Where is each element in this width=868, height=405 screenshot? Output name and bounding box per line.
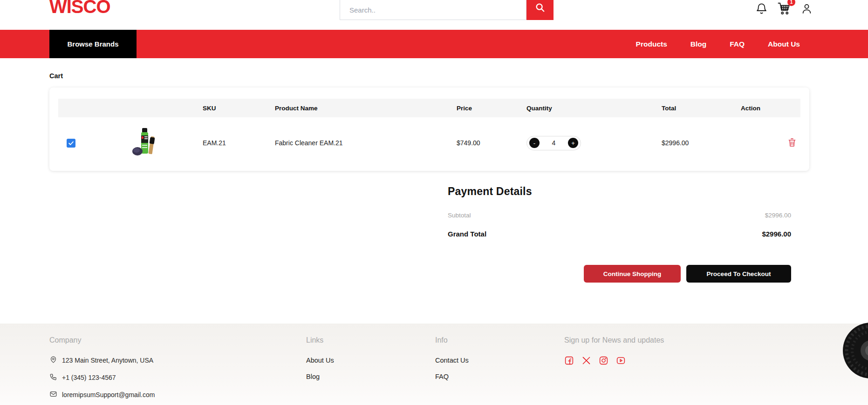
cart-badge: 1	[787, 0, 795, 6]
x-icon[interactable]	[581, 356, 591, 365]
item-checkbox[interactable]	[67, 139, 75, 148]
footer-phone-text: +1 (345) 123-4567	[62, 374, 116, 381]
envelope-icon	[49, 390, 57, 399]
footer-link-faq[interactable]: FAQ	[435, 373, 469, 380]
search-button[interactable]	[526, 0, 554, 20]
footer-info-title: Info	[435, 336, 469, 344]
item-total: $2996.00	[662, 139, 741, 147]
item-name[interactable]: Fabric Cleaner EAM.21	[275, 139, 457, 147]
proceed-to-checkout-button[interactable]: Proceed To Checkout	[686, 265, 791, 283]
item-price: $749.00	[457, 139, 526, 147]
column-header-price: Price	[457, 105, 526, 112]
user-icon	[800, 2, 813, 17]
footer-links-title: Links	[306, 336, 334, 344]
subtotal-row: Subtotal $2996.00	[448, 212, 791, 219]
column-header-product-name: Product Name	[275, 105, 457, 112]
account-button[interactable]	[800, 2, 813, 17]
quantity-value: 4	[552, 139, 556, 147]
item-sku: EAM.21	[203, 139, 275, 147]
location-pin-icon	[49, 356, 57, 365]
delete-item-button[interactable]	[787, 137, 797, 149]
instagram-icon[interactable]	[599, 356, 608, 365]
payment-actions: Continue Shopping Proceed To Checkout	[448, 265, 791, 283]
payment-details-section: Payment Details Subtotal $2996.00 Grand …	[448, 185, 791, 283]
column-header-total: Total	[662, 105, 741, 112]
column-header-quantity: Quantity	[526, 105, 662, 112]
nav-link-about-us[interactable]: About Us	[768, 40, 800, 48]
column-header-sku: SKU	[203, 105, 275, 112]
youtube-icon[interactable]	[616, 356, 626, 365]
brand-logo[interactable]: WISCO	[49, 0, 110, 17]
nav-link-faq[interactable]: FAQ	[730, 40, 745, 48]
footer-address-text: 123 Main Street, Anytown, USA	[62, 357, 153, 364]
footer-info-column: Info Contact Us FAQ	[435, 324, 469, 380]
cart-table-header: SKU Product Name Price Quantity Total Ac…	[58, 99, 800, 117]
payment-details-title: Payment Details	[448, 185, 791, 198]
grand-total-label: Grand Total	[448, 230, 486, 238]
nav-link-blog[interactable]: Blog	[690, 40, 706, 48]
footer: Company 123 Main Street, Anytown, USA +1…	[0, 324, 868, 405]
cart-item-row: EAM.21 Fabric Cleaner EAM.21 $749.00 - 4…	[58, 117, 800, 169]
footer-link-blog[interactable]: Blog	[306, 373, 334, 380]
footer-company-column: Company 123 Main Street, Anytown, USA +1…	[49, 324, 155, 399]
column-header-action: Action	[741, 105, 800, 112]
quantity-increase-button[interactable]: +	[568, 138, 578, 148]
search-input[interactable]	[340, 0, 526, 20]
search-box	[340, 0, 526, 20]
footer-links-column: Links About Us Blog	[306, 324, 334, 380]
footer-email[interactable]: loremipsumSupport@gmail.com	[49, 390, 155, 399]
footer-email-text: loremipsumSupport@gmail.com	[62, 391, 155, 398]
continue-shopping-button[interactable]: Continue Shopping	[584, 265, 681, 283]
footer-address: 123 Main Street, Anytown, USA	[49, 356, 155, 365]
facebook-icon[interactable]	[564, 356, 574, 365]
footer-newsletter-title: Sign up for News and updates	[564, 336, 664, 344]
footer-company-title: Company	[49, 336, 155, 344]
main-navbar: Browse Brands Products Blog FAQ About Us	[0, 30, 868, 58]
footer-newsletter-column: Sign up for News and updates	[564, 324, 664, 365]
product-image[interactable]	[132, 127, 157, 159]
top-header: WISCO	[0, 0, 868, 30]
nav-link-products[interactable]: Products	[636, 40, 667, 48]
phone-icon	[49, 373, 57, 382]
trash-icon	[787, 137, 797, 149]
subtotal-label: Subtotal	[448, 212, 471, 219]
page-title: Cart	[49, 72, 63, 80]
header-icons: 1	[755, 1, 813, 17]
cart-button[interactable]: 1	[777, 1, 791, 17]
quantity-decrease-button[interactable]: -	[529, 138, 540, 148]
footer-link-contact-us[interactable]: Contact Us	[435, 357, 469, 364]
social-icons	[564, 356, 664, 365]
subtotal-value: $2996.00	[765, 212, 791, 219]
quantity-stepper: - 4 +	[526, 136, 581, 150]
footer-link-about-us[interactable]: About Us	[306, 357, 334, 364]
footer-phone[interactable]: +1 (345) 123-4567	[49, 373, 155, 382]
cart-card: SKU Product Name Price Quantity Total Ac…	[49, 88, 809, 171]
grand-total-row: Grand Total $2996.00	[448, 230, 791, 238]
nav-links: Products Blog FAQ About Us	[636, 30, 800, 58]
bell-icon	[755, 2, 768, 17]
search-icon	[535, 2, 545, 14]
notifications-button[interactable]	[755, 2, 768, 17]
browse-brands-button[interactable]: Browse Brands	[49, 30, 137, 58]
grand-total-value: $2996.00	[762, 230, 791, 238]
